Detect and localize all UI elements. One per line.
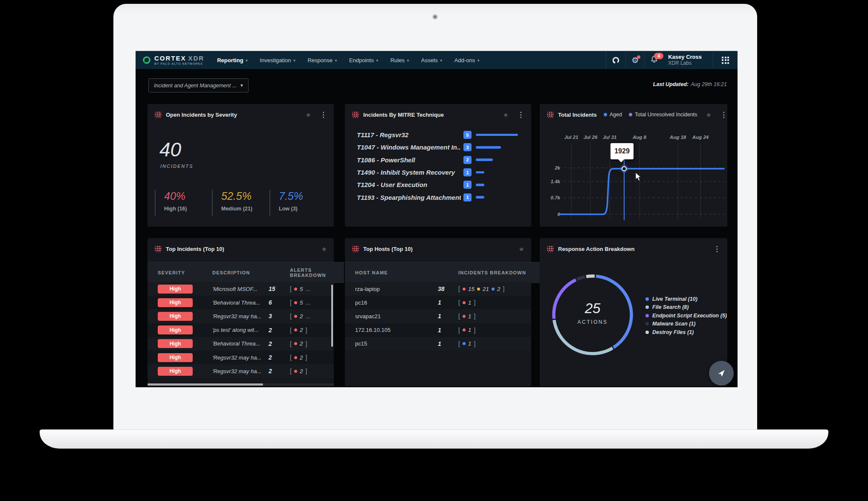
last-updated: Last Updated:Aug 29th 16:21 xyxy=(653,81,727,87)
star-icon[interactable]: ★ xyxy=(503,112,509,118)
table-row[interactable]: High 'Behavioral Threa... 6 [ 5 ... xyxy=(148,296,334,309)
settings-button[interactable]: ⚙ xyxy=(625,51,644,69)
x-tick: Jul 21 xyxy=(564,135,579,140)
x-tick: Aug 8 xyxy=(632,135,647,140)
severity-badge: High xyxy=(158,353,193,362)
scrollbar-thumb[interactable] xyxy=(148,383,263,386)
gear-icon: ⚙ xyxy=(631,56,639,64)
brand-logo[interactable]: CORTEXXDR BY PALO ALTO NETWORKS xyxy=(136,55,212,66)
table-row[interactable]: High 'Microsoft MSOF... 15 [ 5 ... xyxy=(148,282,334,296)
bar xyxy=(476,158,493,161)
help-hub-button[interactable] xyxy=(606,51,625,69)
table-header: SEVERITY DESCRIPTION ALERTS BREAKDOWN xyxy=(148,262,344,283)
table-row[interactable]: High 'Regsvr32 may ha... 3 [ 2 ... xyxy=(148,309,334,323)
table-row[interactable]: srvapac21 1 [ 1 ] xyxy=(345,309,531,323)
card-title: Top Incidents (Top 10) xyxy=(166,246,224,252)
feedback-fab-button[interactable] xyxy=(709,361,734,386)
nav-item-addons[interactable]: Add-ons▼ xyxy=(454,57,480,63)
mitre-row[interactable]: T1490 - Inhibit System Recovery 1 xyxy=(345,166,531,179)
user-org: XDR Labs xyxy=(668,60,702,66)
stat-low: 7.5% Low (3) xyxy=(269,190,303,216)
severity-badge: High xyxy=(158,367,193,376)
widget-icon xyxy=(154,245,162,253)
dashboard-selector-value: Incident and Agent Management ... xyxy=(149,83,240,89)
severity-badge: High xyxy=(158,339,193,348)
count-badge: 3 xyxy=(463,143,472,151)
card-open-incidents-by-severity: Open Incidents by Severity ★ ⋮ 40 INCIDE… xyxy=(148,104,334,227)
widget-icon xyxy=(352,245,359,253)
severity-dot xyxy=(492,288,495,291)
star-icon[interactable]: ★ xyxy=(306,112,311,118)
nav-item-response[interactable]: Response▼ xyxy=(307,57,337,63)
table-row[interactable]: High 'Regsvr32 may ha... 2 [ 2 ] xyxy=(148,364,334,378)
mitre-row[interactable]: T1086 - PowerShell 2 xyxy=(345,154,531,166)
app-switcher-button[interactable] xyxy=(713,51,738,69)
nav-item-endpoints[interactable]: Endpoints▼ xyxy=(349,57,379,63)
mitre-row[interactable]: T1204 - User Execution 1 xyxy=(345,179,531,191)
hover-point xyxy=(622,167,626,171)
star-icon[interactable]: ★ xyxy=(321,246,327,252)
nav-item-rules[interactable]: Rules▼ xyxy=(391,57,410,63)
table-row[interactable]: pc15 1 [ 1 ] xyxy=(345,337,531,351)
hub-ring-icon xyxy=(612,56,620,64)
chevron-down-icon: ▼ xyxy=(334,59,338,63)
kebab-menu-icon[interactable]: ⋮ xyxy=(513,111,524,118)
legend-item[interactable]: Destroy Files (1) xyxy=(645,328,727,337)
count-badge: 5 xyxy=(463,131,472,139)
mitre-row[interactable]: T1047 - Windows Management In... 3 xyxy=(345,141,531,153)
card-incidents-by-mitre-technique: Incidents By MITRE Technique ★ ⋮ T1117 -… xyxy=(345,104,531,227)
nav-item-assets[interactable]: Assets▼ xyxy=(421,57,443,63)
chevron-down-icon: ▼ xyxy=(240,83,248,88)
nav-item-investigation[interactable]: Investigation▼ xyxy=(260,57,296,63)
vertical-scrollbar[interactable] xyxy=(331,285,333,347)
legend-item[interactable]: Endpoint Script Execution (5) xyxy=(645,311,727,320)
x-tick: Jul 26 xyxy=(584,135,598,140)
mitre-row[interactable]: T1193 - Spearphishing Attachment 1 xyxy=(345,191,531,203)
chevron-down-icon: ▼ xyxy=(245,59,249,63)
table-row[interactable]: High 'Regsvr32 may ha... 2 [ 2 ] xyxy=(148,351,334,364)
line-chart[interactable]: Jul 21 Jul 26 Jul 31 Aug 8 Aug 18 Aug 24… xyxy=(540,104,727,227)
severity-dot xyxy=(477,288,480,291)
aged-series-line xyxy=(559,169,724,214)
brand-primary: CORTEX xyxy=(154,55,186,62)
table-row[interactable]: High 'Behavioral Threa... 2 [ 2 ] xyxy=(148,337,334,351)
bar xyxy=(476,184,484,186)
star-icon[interactable]: ★ xyxy=(519,246,524,252)
chevron-down-icon: ▼ xyxy=(440,59,443,63)
legend-item[interactable]: Live Terminal (10) xyxy=(645,295,727,303)
legend-item[interactable]: File Search (8) xyxy=(645,303,727,312)
table-row[interactable]: 172.16.10.105 1 [ 1 ] xyxy=(345,323,531,337)
send-icon xyxy=(715,367,728,380)
notifications-button[interactable]: 4 xyxy=(644,51,664,69)
notification-dot xyxy=(637,55,640,59)
kebab-menu-icon[interactable]: ⋮ xyxy=(315,111,327,118)
severity-dot xyxy=(294,342,297,345)
horizontal-scrollbar[interactable] xyxy=(148,383,334,386)
table-row[interactable]: rza-laptop 38 [ 15 21 2 ] xyxy=(345,282,531,296)
count-badge: 1 xyxy=(463,181,472,189)
user-menu[interactable]: Kasey Cross XDR Labs xyxy=(664,54,713,66)
cortex-logo-icon xyxy=(142,56,151,64)
x-tick: Jul 31 xyxy=(603,135,617,140)
bar xyxy=(476,196,484,199)
table-row[interactable]: pc16 1 [ 1 ] xyxy=(345,296,531,309)
severity-dot xyxy=(294,370,297,373)
legend-item[interactable]: Malware Scan (1) xyxy=(645,320,727,328)
card-top-hosts: Top Hosts (Top 10) ★ HOST NAME INCIDENTS… xyxy=(345,238,531,386)
chevron-down-icon: ▼ xyxy=(477,59,480,63)
severity-dot xyxy=(463,342,466,345)
bar xyxy=(476,146,501,149)
bar xyxy=(476,171,484,174)
dashboard-screen: CORTEXXDR BY PALO ALTO NETWORKS Reportin… xyxy=(136,51,738,387)
dashboard-selector-dropdown[interactable]: Incident and Agent Management ... ▼ xyxy=(148,78,249,92)
user-name: Kasey Cross xyxy=(668,54,702,60)
table-row[interactable]: High 'ps test' along wit... 2 [ 2 ] xyxy=(148,323,334,337)
widget-icon xyxy=(352,111,359,118)
legend-dot xyxy=(645,314,649,317)
nav-item-reporting[interactable]: Reporting▼ xyxy=(217,57,248,63)
actions-total-label: ACTIONS xyxy=(554,319,631,325)
mitre-row[interactable]: T1117 - Regsvr32 5 xyxy=(345,129,531,141)
y-tick: 1.4k xyxy=(551,179,561,184)
legend-dot xyxy=(645,297,649,301)
chevron-down-icon: ▼ xyxy=(376,59,379,63)
